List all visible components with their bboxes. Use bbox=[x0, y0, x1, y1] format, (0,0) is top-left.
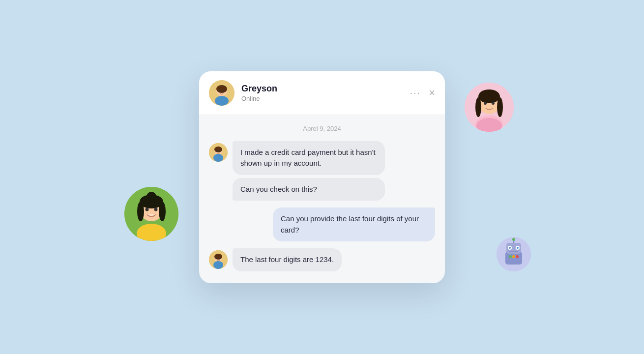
svg-point-35 bbox=[219, 90, 221, 92]
svg-point-30 bbox=[516, 255, 519, 258]
user-avatar bbox=[209, 143, 228, 162]
svg-point-40 bbox=[213, 154, 223, 162]
contact-name: Greyson bbox=[241, 84, 403, 94]
svg-point-36 bbox=[223, 90, 225, 92]
svg-point-29 bbox=[512, 255, 515, 258]
close-button[interactable]: × bbox=[429, 87, 435, 99]
message-bubble: Can you check on this? bbox=[233, 178, 385, 201]
header-info: Greyson Online bbox=[241, 84, 403, 102]
chat-window: Greyson Online ··· × Aprel 9, 2024 bbox=[199, 71, 445, 283]
svg-point-6 bbox=[484, 102, 487, 105]
message-row: Can you provide the last four digits of … bbox=[209, 207, 435, 241]
svg-point-47 bbox=[216, 258, 218, 259]
svg-point-13 bbox=[137, 202, 144, 221]
user-avatar bbox=[209, 250, 228, 269]
svg-point-42 bbox=[219, 150, 221, 151]
svg-point-34 bbox=[215, 96, 229, 106]
svg-point-4 bbox=[475, 97, 481, 117]
svg-point-26 bbox=[517, 247, 519, 249]
floating-avatar-green bbox=[124, 187, 178, 241]
svg-point-16 bbox=[146, 208, 149, 211]
svg-rect-27 bbox=[509, 251, 518, 252]
svg-point-46 bbox=[213, 261, 223, 269]
floating-avatar-robot bbox=[497, 237, 531, 271]
svg-point-28 bbox=[509, 255, 512, 258]
more-options-button[interactable]: ··· bbox=[410, 87, 421, 98]
svg-point-39 bbox=[214, 147, 222, 152]
contact-status: Online bbox=[241, 95, 403, 102]
user-message-bubbles: I made a credit card payment but it hasn… bbox=[233, 141, 385, 201]
agent-message-bubbles: Can you provide the last four digits of … bbox=[273, 207, 435, 241]
svg-point-3 bbox=[478, 89, 500, 103]
svg-point-41 bbox=[216, 150, 218, 151]
message-bubble: I made a credit card payment but it hasn… bbox=[233, 141, 385, 175]
floating-avatar-pink bbox=[465, 83, 514, 132]
svg-point-5 bbox=[497, 97, 503, 117]
chat-body: Aprel 9, 2024 I made a credit card payme… bbox=[199, 115, 445, 283]
svg-point-48 bbox=[219, 258, 221, 259]
svg-point-15 bbox=[146, 192, 156, 202]
svg-point-14 bbox=[159, 202, 166, 221]
svg-point-7 bbox=[492, 102, 495, 105]
user-message-bubbles: The last four digits are 1234. bbox=[233, 248, 342, 271]
header-actions: ··· × bbox=[410, 87, 435, 99]
message-bubble: Can you provide the last four digits of … bbox=[273, 207, 435, 241]
date-divider: Aprel 9, 2024 bbox=[209, 125, 435, 132]
header-avatar bbox=[209, 80, 234, 106]
svg-point-25 bbox=[509, 247, 511, 249]
message-row: The last four digits are 1234. bbox=[209, 248, 435, 271]
message-bubble: The last four digits are 1234. bbox=[233, 248, 342, 271]
svg-point-22 bbox=[512, 238, 515, 241]
chat-header: Greyson Online ··· × bbox=[199, 71, 445, 115]
message-row: I made a credit card payment but it hasn… bbox=[209, 141, 435, 201]
svg-point-17 bbox=[154, 208, 158, 211]
svg-point-33 bbox=[216, 85, 227, 93]
svg-point-45 bbox=[214, 254, 222, 260]
